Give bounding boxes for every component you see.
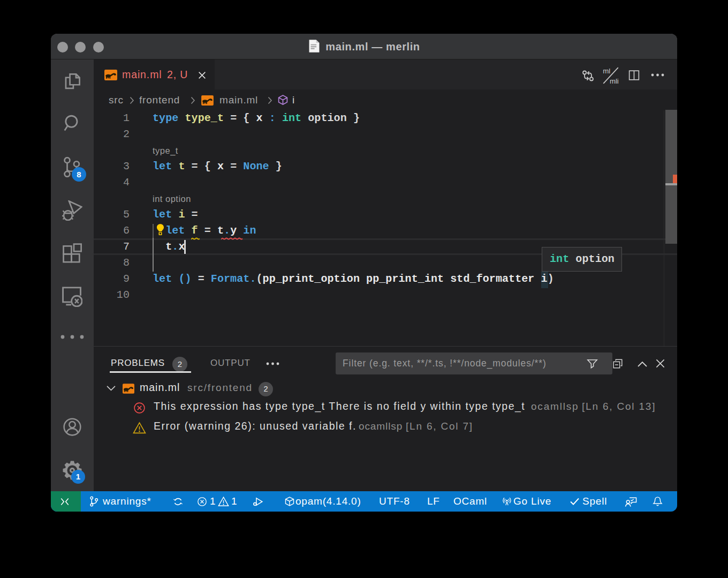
svg-text:ml: ml	[603, 67, 610, 75]
svg-text:mli: mli	[610, 77, 619, 85]
